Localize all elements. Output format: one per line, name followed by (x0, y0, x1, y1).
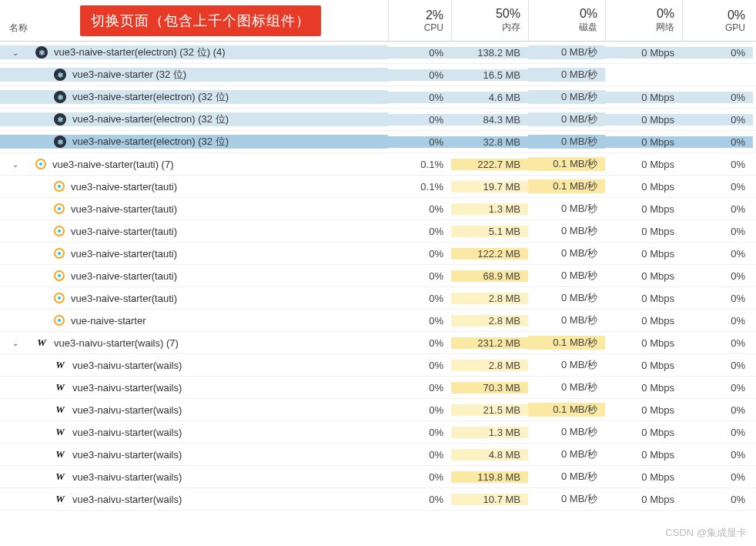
disk-value: 0.1 MB/秒 (528, 179, 605, 193)
gpu-value: 0% (682, 293, 753, 304)
network-value: 0 Mbps (605, 337, 682, 349)
chevron-down-icon[interactable]: ⌄ (11, 160, 20, 169)
disk-value: 0 MB/秒 (528, 447, 605, 461)
disk-value: 0 MB/秒 (528, 380, 605, 394)
process-name: vue3-naivu-starter(wails) (72, 360, 182, 371)
cpu-value: 0.1% (388, 181, 451, 193)
process-name: vue3-naive-starter(tauti) (71, 270, 177, 282)
process-child-row[interactable]: Wvue3-naivu-starter(wails)0%119.8 MB0 MB… (0, 466, 756, 488)
network-value: 0 Mbps (605, 159, 682, 170)
process-name: vue3-naive-starter(electron) (32 位) (72, 135, 229, 149)
process-name: vue3-naivu-starter(wails) (72, 494, 182, 505)
process-child-row[interactable]: vue3-naive-starter(tauti)0%2.8 MB0 MB/秒0… (0, 287, 756, 310)
process-child-row[interactable]: vue3-naive-starter(tauti)0%68.9 MB0 MB/秒… (0, 265, 756, 287)
process-group-row[interactable]: ⌄⚛vue3-naive-starter(electron) (32 位) (4… (0, 42, 756, 64)
process-group-row[interactable]: ⌄vue3-naive-starter(tauti) (7)0.1%222.7 … (0, 153, 756, 176)
column-header-disk[interactable]: 0% 磁盘 (528, 0, 605, 41)
chevron-down-icon[interactable]: ⌄ (11, 49, 20, 57)
memory-value: 4.6 MB (451, 92, 528, 103)
process-group-row[interactable]: ⌄Wvue3-naivu-starter(wails) (7)0%231.2 M… (0, 332, 756, 354)
name-cell: vue3-naive-starter(tauti) (0, 203, 388, 215)
memory-label: 内存 (502, 21, 520, 34)
process-list: ⌄⚛vue3-naive-starter(electron) (32 位) (4… (0, 42, 756, 511)
process-child-row[interactable]: vue3-naive-starter(tauti)0%5.1 MB0 MB/秒0… (0, 220, 756, 243)
name-cell: vue3-naive-starter(tauti) (0, 293, 388, 304)
process-child-row[interactable]: Wvue3-naivu-starter(wails)0%1.3 MB0 MB/秒… (0, 421, 756, 444)
network-value: 0 Mbps (605, 47, 682, 59)
name-cell: Wvue3-naivu-starter(wails) (0, 493, 388, 505)
memory-value: 2.8 MB (451, 360, 528, 371)
process-name: vue3-naivu-starter(wails) (72, 449, 182, 461)
name-cell: ⌄⚛vue3-naive-starter(electron) (32 位) (4… (0, 45, 388, 59)
gpu-value: 0% (682, 494, 753, 505)
wails-icon: W (54, 381, 66, 394)
column-header-cpu[interactable]: 2% CPU (388, 0, 451, 41)
network-value: 0 Mbps (605, 114, 682, 126)
process-child-row[interactable]: ⚛vue3-naive-starter(electron) (32 位)0%32… (0, 131, 756, 153)
name-cell: ⚛vue3-naive-starter (32 位) (0, 68, 388, 82)
memory-value: 10.7 MB (451, 494, 528, 505)
process-child-row[interactable]: Wvue3-naivu-starter(wails)0%10.7 MB0 MB/… (0, 488, 756, 511)
cpu-value: 0% (388, 270, 451, 282)
column-header-gpu[interactable]: 0% GPU (682, 0, 753, 41)
disk-value: 0 MB/秒 (528, 358, 605, 372)
name-cell: Wvue3-naivu-starter(wails) (0, 448, 388, 461)
disk-value: 0 MB/秒 (528, 425, 605, 439)
process-child-row[interactable]: Wvue3-naivu-starter(wails)0%2.8 MB0 MB/秒… (0, 354, 756, 377)
name-cell: Wvue3-naivu-starter(wails) (0, 381, 388, 394)
electron-icon: ⚛ (54, 136, 66, 148)
process-name: vue3-naive-starter(electron) (32 位) (4) (54, 45, 226, 59)
process-child-row[interactable]: Wvue3-naivu-starter(wails)0%70.3 MB0 MB/… (0, 377, 756, 399)
cpu-value: 0% (388, 382, 451, 394)
gpu-percent: 0% (728, 8, 745, 22)
process-child-row[interactable]: Wvue3-naivu-starter(wails)0%4.8 MB0 MB/秒… (0, 444, 756, 466)
name-cell: Wvue3-naivu-starter(wails) (0, 426, 388, 438)
network-value: 0 Mbps (605, 92, 682, 103)
disk-value: 0 MB/秒 (528, 246, 605, 260)
process-child-row[interactable]: ⚛vue3-naive-starter(electron) (32 位)0%4.… (0, 86, 756, 109)
column-header-network[interactable]: 0% 网络 (605, 0, 682, 41)
task-manager-view: 名称 切换页面（包含上千个图标组件） 2% CPU 50% 内存 0% 磁盘 0… (0, 0, 756, 511)
process-child-row[interactable]: vue3-naive-starter(tauti)0.1%19.7 MB0.1 … (0, 176, 756, 198)
gpu-value: 0% (682, 114, 753, 126)
tauti-icon (54, 248, 65, 259)
process-name: vue3-naivu-starter(wails) (72, 427, 182, 438)
memory-value: 16.5 MB (451, 69, 528, 81)
chevron-down-icon[interactable]: ⌄ (11, 339, 20, 347)
process-child-row[interactable]: Wvue3-naivu-starter(wails)0%21.5 MB0.1 M… (0, 399, 756, 421)
tauti-icon (35, 159, 46, 169)
disk-value: 0.1 MB/秒 (528, 336, 605, 350)
name-cell: ⌄vue3-naive-starter(tauti) (7) (0, 159, 388, 170)
disk-value: 0.1 MB/秒 (528, 157, 605, 171)
process-child-row[interactable]: vue3-naive-starter(tauti)0%1.3 MB0 MB/秒0… (0, 198, 756, 220)
process-child-row[interactable]: ⚛vue3-naive-starter(electron) (32 位)0%84… (0, 109, 756, 131)
network-value: 0 Mbps (605, 226, 682, 237)
disk-value: 0 MB/秒 (528, 291, 605, 305)
gpu-value: 0% (682, 203, 753, 215)
process-child-row[interactable]: vue-naive-starter0%2.8 MB0 MB/秒0 Mbps0% (0, 310, 756, 332)
memory-percent: 50% (496, 7, 520, 21)
gpu-value: 0% (682, 315, 753, 327)
name-cell: ⌄Wvue3-naivu-starter(wails) (7) (0, 337, 388, 349)
name-cell: vue3-naive-starter(tauti) (0, 248, 388, 260)
process-name: vue3-naive-starter(tauti) (71, 181, 177, 193)
memory-value: 4.8 MB (451, 449, 528, 461)
process-name: vue3-naive-starter(electron) (32 位) (72, 112, 229, 126)
name-cell: vue3-naive-starter(tauti) (0, 270, 388, 282)
network-value: 0 Mbps (605, 203, 682, 215)
cpu-value: 0% (388, 494, 451, 505)
tauti-icon (54, 181, 65, 192)
memory-value: 1.3 MB (451, 427, 528, 438)
column-header-memory[interactable]: 50% 内存 (451, 0, 528, 41)
column-header-name[interactable]: 名称 切换页面（包含上千个图标组件） (0, 0, 388, 41)
gpu-value: 0% (682, 136, 753, 148)
gpu-label: GPU (725, 22, 745, 33)
electron-icon: ⚛ (54, 113, 66, 126)
cpu-value: 0% (388, 404, 451, 416)
network-value: 0 Mbps (605, 270, 682, 282)
process-name: vue3-naive-starter(tauti) (71, 226, 177, 237)
process-child-row[interactable]: ⚛vue3-naive-starter (32 位)0%16.5 MB0 MB/… (0, 64, 756, 86)
process-child-row[interactable]: vue3-naive-starter(tauti)0%122.2 MB0 MB/… (0, 243, 756, 265)
cpu-value: 0% (388, 471, 451, 483)
gpu-value: 0% (682, 248, 753, 260)
